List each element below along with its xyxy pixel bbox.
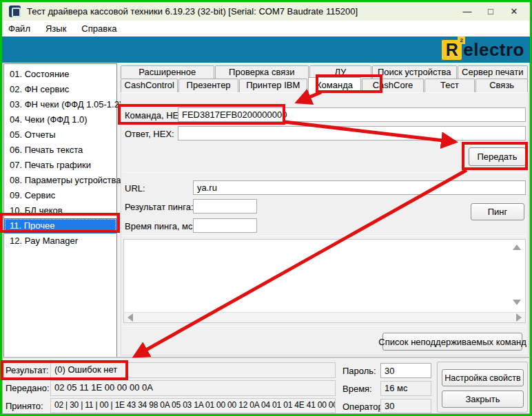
url-label: URL:: [125, 183, 145, 194]
sidebar-item-fn-receipts[interactable]: 03. ФН чеки (ФФД 1.05-1.2): [4, 97, 116, 112]
scroll-right-icon[interactable]: [516, 313, 522, 322]
sent-value: 02 05 11 1E 00 00 00 0A: [50, 380, 336, 396]
sidebar-item-receipt-db[interactable]: 10. БД чеков: [4, 203, 116, 218]
status-divider: [2, 357, 530, 358]
ping-time-label: Время пинга, мс:: [125, 221, 195, 231]
tab-print-server[interactable]: Сервер печати: [458, 65, 528, 79]
received-value: 02 | 30 | 11 | 00 | 1E 43 34 98 0A 05 03…: [50, 398, 336, 413]
minimize-button[interactable]: —: [456, 2, 479, 21]
command-hex-input[interactable]: [178, 107, 526, 122]
divider: [123, 172, 526, 173]
sidebar-item-text-print[interactable]: 06. Печать текста: [4, 143, 116, 158]
menu-bar: Файл Язык Справка: [2, 21, 530, 37]
unsupported-commands-button[interactable]: Список неподдерживаемых команд: [382, 333, 522, 351]
transmit-button[interactable]: Передать: [469, 147, 526, 166]
tab-row-2: CashControl Презентер Принтер IBM Команд…: [121, 79, 529, 92]
sidebar-item-graphics-print[interactable]: 07. Печать графики: [4, 158, 116, 173]
properties-button[interactable]: Настройка свойств: [442, 369, 524, 386]
sidebar-item-state[interactable]: 01. Состояние: [4, 67, 116, 82]
app-window: Тест драйвера кассовой техники 6.19.23 (…: [0, 0, 532, 416]
logo-wordmark: electro: [463, 39, 524, 60]
ping-button[interactable]: Пинг: [471, 203, 524, 220]
sidebar-item-pay-manager[interactable]: 12. Pay Manager: [4, 233, 116, 249]
scroll-up-icon[interactable]: [513, 245, 521, 250]
response-hex-input[interactable]: [178, 126, 526, 141]
response-hex-label: Ответ, HEX:: [125, 129, 174, 139]
scroll-left-icon[interactable]: [127, 313, 133, 322]
tab-cashcontrol[interactable]: CashControl: [121, 79, 178, 92]
sidebar-item-service[interactable]: 09. Сервис: [4, 188, 116, 203]
time-label: Время:: [342, 384, 372, 394]
window-title: Тест драйвера кассовой техники 6.19.23 (…: [27, 6, 456, 17]
sidebar-item-receipts[interactable]: 04. Чеки (ФФД 1.0): [4, 112, 116, 127]
menu-file[interactable]: Файл: [2, 23, 38, 34]
time-value: 16 мс: [380, 381, 431, 396]
section-list: 01. Состояние 02. ФН сервис 03. ФН чеки …: [3, 63, 117, 358]
log-textarea[interactable]: [123, 239, 526, 323]
maximize-button[interactable]: □: [479, 2, 502, 21]
operator-value: 30: [380, 399, 431, 413]
tab-test[interactable]: Тест: [424, 79, 475, 92]
password-input[interactable]: [380, 363, 431, 378]
sidebar-item-device-params[interactable]: 08. Параметры устройства: [4, 173, 116, 188]
received-label: Принято:: [6, 401, 43, 411]
tab-extended[interactable]: Расширенное: [121, 65, 214, 79]
tab-device-search[interactable]: Поиск устройства: [372, 65, 457, 79]
result-value: (0) Ошибок нет: [50, 362, 336, 378]
tab-link[interactable]: Связь: [475, 79, 528, 92]
tab-connection-check[interactable]: Проверка связи: [215, 65, 309, 79]
sidebar-item-reports[interactable]: 05. Отчеты: [4, 127, 116, 143]
tab-printer-ibm[interactable]: Принтер IBM: [239, 79, 307, 92]
sidebar-item-other[interactable]: 11. Прочее: [4, 218, 116, 233]
url-input[interactable]: [193, 180, 526, 195]
divider: [123, 326, 526, 326]
app-icon: [9, 6, 21, 17]
ping-time-input[interactable]: [193, 218, 257, 233]
result-label: Результат:: [6, 365, 49, 375]
menu-language[interactable]: Язык: [38, 23, 74, 34]
tab-presenter[interactable]: Презентер: [178, 79, 238, 92]
close-button[interactable]: ✕: [502, 2, 526, 21]
sidebar-item-fn-service[interactable]: 02. ФН сервис: [4, 82, 116, 97]
menu-help[interactable]: Справка: [74, 23, 124, 34]
sent-label: Передано:: [6, 383, 50, 393]
close-dialog-button[interactable]: Закрыть: [442, 391, 524, 408]
divider: [123, 236, 526, 236]
ping-result-input[interactable]: [193, 199, 257, 214]
horizontal-scrollbar[interactable]: [124, 312, 525, 322]
ping-result-label: Результат пинга:: [125, 202, 194, 212]
tab-command[interactable]: Команда: [308, 77, 362, 93]
scroll-down-icon[interactable]: [513, 300, 521, 305]
password-label: Пароль:: [342, 366, 376, 376]
relectro-logo: R 2 electro: [442, 39, 524, 60]
logo-badge-icon: 2: [458, 37, 465, 44]
brand-banner: R 2 electro: [2, 37, 530, 63]
operator-label: Оператор:: [342, 402, 385, 412]
tab-cashcore[interactable]: CashCore: [362, 79, 423, 92]
title-bar: Тест драйвера кассовой техники 6.19.23 (…: [2, 2, 530, 21]
